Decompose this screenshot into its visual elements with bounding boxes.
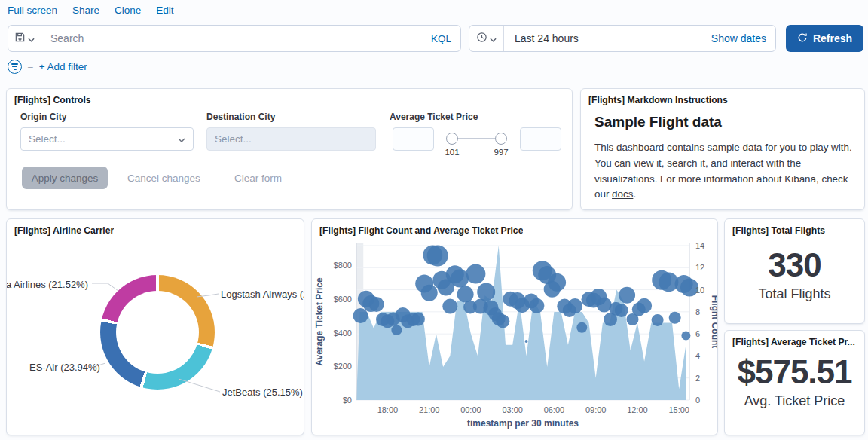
clear-form-button[interactable]: Clear form [234, 167, 282, 189]
search-input[interactable] [41, 32, 422, 44]
x-tick-label: 21:00 [419, 405, 440, 414]
x-tick-label: 18:00 [377, 405, 399, 414]
total-flights-value: 330 [725, 246, 864, 285]
query-bar: KQL Last 24 hours Show dates Refresh [0, 25, 868, 52]
time-quick-menu-button[interactable] [469, 26, 504, 51]
airline-carrier-panel: [Flights] Airline Carrier Kibana Airline… [6, 218, 304, 435]
panel-title: [Flights] Controls [14, 95, 91, 105]
left-tick-label: $800 [334, 261, 352, 270]
right-tick-label: 8 [695, 307, 700, 316]
chevron-down-icon [178, 133, 185, 145]
filter-menu-icon[interactable] [8, 60, 22, 74]
left-axis-title: Average Ticket Price [314, 277, 325, 366]
avg-ticket-price-panel: [Flights] Average Ticket Pr... $575.51 A… [724, 330, 865, 435]
search-bar: KQL [8, 25, 461, 52]
slice-label-es-air: ES-Air (23.94%) [29, 362, 100, 373]
x-tick-label: 03:00 [502, 405, 523, 414]
destination-city-placeholder: Select... [215, 133, 252, 145]
show-dates-button[interactable]: Show dates [711, 32, 775, 44]
flight-count-price-panel: [Flights] Flight Count and Average Ticke… [311, 218, 718, 435]
airline-carrier-donut-chart[interactable] [100, 275, 215, 390]
slice-label-logstash-airways: Logstash Airways (29.39%) [221, 289, 304, 300]
x-tick-label: 09:00 [585, 405, 607, 414]
apply-changes-button[interactable]: Apply changes [22, 167, 108, 189]
avg-ticket-price-label: Average Ticket Price [390, 112, 478, 122]
controls-panel: [Flights] Controls Origin City Destinati… [6, 88, 573, 210]
price-max-input[interactable] [520, 127, 561, 151]
refresh-icon [797, 32, 808, 45]
markdown-heading: Sample Flight data [594, 114, 722, 130]
origin-city-select[interactable]: Select... [20, 127, 194, 151]
origin-city-placeholder: Select... [29, 133, 66, 145]
saved-query-menu-button[interactable] [8, 26, 41, 51]
right-tick-label: 14 [695, 241, 704, 250]
refresh-label: Refresh [813, 32, 852, 44]
kql-language-button[interactable]: KQL [422, 33, 460, 44]
metric: 330 Total Flights [725, 246, 864, 302]
time-range-value[interactable]: Last 24 hours [504, 32, 579, 44]
price-slider-min-value: 101 [440, 148, 464, 157]
add-filter-button[interactable]: + Add filter [39, 61, 87, 72]
right-tick-label: 0 [695, 396, 700, 405]
panel-title: [Flights] Airline Carrier [14, 225, 114, 236]
refresh-button[interactable]: Refresh [786, 25, 863, 52]
left-tick-label: $200 [334, 362, 352, 371]
edit-link[interactable]: Edit [156, 5, 173, 16]
total-flights-label: Total Flights [725, 286, 864, 302]
time-picker: Last 24 hours Show dates [469, 25, 776, 52]
origin-city-label: Origin City [20, 112, 66, 122]
total-flights-panel: [Flights] Total Flights 330 Total Flight… [724, 218, 865, 324]
metric: $575.51 Avg. Ticket Price [725, 353, 864, 409]
left-tick-label: $0 [343, 396, 352, 405]
right-axis-title: Flight Count [710, 295, 718, 349]
price-slider-max-handle[interactable] [495, 133, 507, 145]
panel-title: [Flights] Total Flights [732, 225, 825, 236]
left-tick-label: $600 [334, 295, 352, 304]
x-axis-title: timestamp per 30 minutes [467, 418, 579, 429]
flight-count-price-chart[interactable]: $0$200$400$600$8000246810121418:0021:000… [312, 234, 718, 435]
cancel-changes-button[interactable]: Cancel changes [127, 167, 200, 189]
price-slider-max-value: 997 [489, 148, 513, 157]
avg-ticket-price-value: $575.51 [725, 353, 864, 392]
right-tick-label: 4 [695, 351, 700, 360]
right-tick-label: 2 [695, 374, 700, 383]
markdown-body: This dashboard contains sample data for … [594, 140, 855, 203]
chevron-down-icon [28, 33, 35, 44]
chevron-down-icon [490, 33, 497, 44]
markdown-panel: [Flights] Markdown Instructions Sample F… [580, 88, 865, 210]
avg-ticket-price-label: Avg. Ticket Price [725, 393, 864, 409]
x-tick-label: 15:00 [668, 405, 689, 414]
x-tick-label: 12:00 [627, 405, 648, 414]
price-slider-min-handle[interactable] [446, 133, 458, 145]
save-query-icon [14, 32, 26, 45]
clock-icon [476, 32, 487, 45]
x-tick-label: 00:00 [460, 405, 481, 414]
full-screen-link[interactable]: Full screen [8, 5, 57, 16]
filter-collapse-dash: – [28, 62, 33, 72]
dashboard-top-nav: Full screen Share Clone Edit [8, 5, 174, 16]
share-link[interactable]: Share [72, 5, 99, 16]
price-min-input[interactable] [393, 127, 434, 151]
filter-bar: – + Add filter [8, 60, 87, 74]
left-tick-label: $400 [334, 328, 352, 338]
donut-hole [116, 291, 199, 374]
clone-link[interactable]: Clone [115, 5, 141, 16]
slice-label-jetbeats: JetBeats (25.15%) [222, 387, 303, 398]
slice-label-kibana-airlines: Kibana Airlines (21.52%) [6, 279, 88, 290]
right-tick-label: 10 [695, 286, 704, 295]
markdown-text-end: . [633, 188, 636, 200]
right-tick-label: 6 [695, 329, 700, 338]
destination-city-label: Destination City [206, 112, 275, 122]
panel-title: [Flights] Average Ticket Pr... [732, 337, 855, 347]
right-tick-label: 12 [695, 263, 704, 272]
destination-city-select[interactable]: Select... [206, 127, 376, 151]
panel-title: [Flights] Markdown Instructions [588, 95, 728, 105]
x-tick-label: 06:00 [544, 405, 565, 414]
docs-link[interactable]: docs [612, 188, 633, 200]
